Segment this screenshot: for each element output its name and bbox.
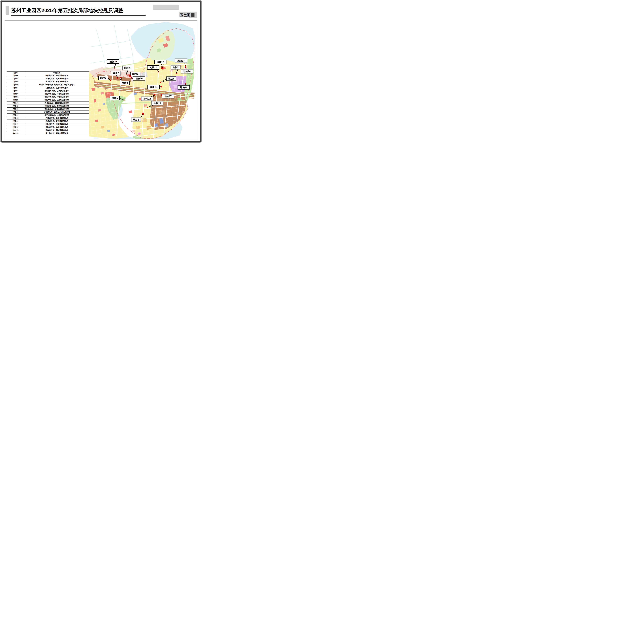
callout-text: 地块7 bbox=[113, 72, 119, 74]
callout-text: 地块9 bbox=[132, 73, 138, 75]
header-cell-location: 项目位置 bbox=[25, 72, 89, 74]
plot-location-cell: 尖浦路以西、银胜路以南地块 bbox=[25, 120, 89, 123]
callout-地块14: 地块14 bbox=[181, 69, 193, 73]
callout-text: 地块10 bbox=[135, 77, 143, 80]
table-row: 地块18港田路以南、凤里街以西地块 bbox=[7, 126, 89, 129]
callout-地块16: 地块16 bbox=[178, 85, 190, 89]
callout-地块1: 地块1 bbox=[166, 77, 176, 81]
callout-text: 地块15 bbox=[150, 86, 157, 88]
callout-text: 地块17 bbox=[164, 95, 172, 98]
callout-text: 地块19 bbox=[154, 102, 161, 105]
plot-location-cell: 苏虹西路以南、槟榔路以北地块 bbox=[25, 89, 89, 92]
plot-location-cell: 若水路以北、林泉街以东地块 bbox=[25, 80, 89, 83]
callout-地块17: 地块17 bbox=[162, 94, 174, 98]
plot-id-cell: 地块20 bbox=[7, 132, 25, 135]
plot-location-cell: 苏虹东路以北、杏林街以西地块 bbox=[25, 104, 89, 108]
callout-text: 地块13 bbox=[177, 60, 185, 62]
plot-id-cell: 地块15 bbox=[7, 117, 25, 120]
callout-地块19: 地块19 bbox=[151, 101, 163, 105]
plot-id-cell: 地块18 bbox=[7, 126, 25, 129]
callout-地块12: 地块12 bbox=[154, 60, 166, 64]
plot-location-cell: 万盛街以东、西沈浒路以北地块 bbox=[25, 101, 89, 104]
page-title: 苏州工业园区2025年第五批次局部地块控规及调整 bbox=[11, 7, 123, 14]
callout-地块9: 地块9 bbox=[131, 72, 140, 76]
plots-table-body: 地块1钟园路以南、星龙街以西地块地块2双圩路以南、后戴街以东地块地块3若水路以北… bbox=[7, 74, 89, 135]
plot-location-cell: 港田路以南、凤里街以西地块 bbox=[25, 126, 89, 129]
plot-location-cell: 方洲路以南、长阳街以东地块 bbox=[25, 117, 89, 120]
callout-地块15: 地块15 bbox=[148, 85, 159, 89]
table-row: 地块15方洲路以南、长阳街以东地块 bbox=[7, 117, 89, 120]
callout-text: 地块6 bbox=[100, 77, 106, 79]
table-row: 地块11苏虹东路以北、杏林街以西地块 bbox=[7, 104, 89, 108]
callout-地块3: 地块3 bbox=[131, 118, 141, 122]
content-frame: 地块1地块2地块3地块4地块5地块6地块7地块8地块9地块10地块11地块12地… bbox=[5, 20, 197, 139]
callout-text: 地块5 bbox=[112, 97, 118, 99]
table-row: 地块3若水路以北、林泉街以东地块 bbox=[7, 80, 89, 83]
plots-table-head: 编号 项目位置 bbox=[7, 72, 89, 74]
page: 苏州工业园区2025年第五批次局部地块控规及调整 区位图 bbox=[0, 0, 202, 143]
title-underline-light bbox=[11, 17, 146, 17]
plot-location-cell: 京沪高速以北、泾东路以东地块 bbox=[25, 114, 89, 117]
table-row: 地块20唯文路以南、亭融街以西地块 bbox=[7, 132, 89, 135]
header-cell-id: 编号 bbox=[7, 72, 25, 74]
plot-id-cell: 地块3 bbox=[7, 80, 25, 83]
table-row: 地块12长阳街以东、苏虹东路以南地块 bbox=[7, 107, 89, 111]
table-row: 地块19金堰路以东、新昌路以南地块 bbox=[7, 129, 89, 132]
land-parcel bbox=[129, 110, 132, 113]
corner-label-square bbox=[191, 13, 194, 17]
plot-id-cell: 地块9 bbox=[7, 98, 25, 101]
table-row: 地块5石港路以南、石莲街以东地块 bbox=[7, 86, 89, 89]
plot-id-cell: 地块8 bbox=[7, 95, 25, 98]
callout-地块20: 地块20 bbox=[107, 60, 119, 63]
plot-id-cell: 地块14 bbox=[7, 114, 25, 117]
table-row: 地块13望江路以东、园区11号河以南地块 bbox=[7, 111, 89, 114]
plot-location-cell: 望江路以东、园区11号河以南地块 bbox=[25, 111, 89, 114]
callout-地块8: 地块8 bbox=[120, 81, 130, 85]
plot-id-cell: 地块19 bbox=[7, 129, 25, 132]
callout-text: 地块11 bbox=[150, 66, 157, 69]
callout-text: 地块18 bbox=[143, 98, 151, 100]
title-underline-dark bbox=[11, 15, 146, 16]
callout-地块6: 地块6 bbox=[99, 76, 108, 80]
corner-label: 区位图 bbox=[180, 13, 190, 17]
callout-text: 地块20 bbox=[109, 60, 117, 63]
plot-location-cell: 石港路以南、石莲街以东地块 bbox=[25, 86, 89, 89]
plot-id-cell: 地块11 bbox=[7, 104, 25, 108]
header-band bbox=[153, 5, 179, 10]
title-accent-bar bbox=[6, 6, 9, 15]
plot-location-cell: 金堰路以东、新昌路以南地块 bbox=[25, 129, 89, 132]
table-row: 地块6苏虹西路以南、槟榔路以北地块 bbox=[7, 89, 89, 92]
plot-location-cell: 唯文路以南、亭融街以西地块 bbox=[25, 132, 89, 135]
table-header-row: 编号 项目位置 bbox=[7, 72, 89, 74]
plot-location-cell: 钟园路以南、星龙街以西地块 bbox=[25, 74, 89, 77]
table-row: 地块10万盛街以东、西沈浒路以北地块 bbox=[7, 101, 89, 104]
plot-id-cell: 地块12 bbox=[7, 107, 25, 111]
plot-id-cell: 地块17 bbox=[7, 123, 25, 126]
plots-table: 编号 项目位置 地块1钟园路以南、星龙街以西地块地块2双圩路以南、后戴街以东地块… bbox=[7, 71, 89, 135]
callout-地块11: 地块11 bbox=[147, 66, 159, 70]
callout-地块18: 地块18 bbox=[141, 97, 153, 101]
table-row: 地块4珠泾河（至和西路-娄江大道段）束水扩孔地块 bbox=[7, 83, 89, 86]
plot-location-cell: 苏虹中路以南、华池街以西地块 bbox=[25, 95, 89, 98]
plot-location-cell: 双圩路以南、后戴街以东地块 bbox=[25, 77, 89, 80]
callout-text: 地块1 bbox=[168, 77, 174, 80]
callout-text: 地块12 bbox=[157, 61, 164, 63]
plot-location-cell: 珠泾河（至和西路-娄江大道段）束水扩孔地块 bbox=[25, 83, 89, 86]
table-row: 地块16尖浦路以西、银胜路以南地块 bbox=[7, 120, 89, 123]
plot-location-cell: 长阳街以西、港田路以南地块 bbox=[25, 123, 89, 126]
callout-地块13: 地块13 bbox=[175, 59, 187, 63]
table-row: 地块1钟园路以南、星龙街以西地块 bbox=[7, 74, 89, 77]
callout-text: 地块4 bbox=[124, 67, 130, 69]
table-row: 地块2双圩路以南、后戴街以东地块 bbox=[7, 77, 89, 80]
callout-text: 地块16 bbox=[180, 86, 187, 89]
plot-id-cell: 地块5 bbox=[7, 86, 25, 89]
plot-location-cell: 长阳街以东、苏虹东路以南地块 bbox=[25, 107, 89, 111]
table-row: 地块17长阳街以西、港田路以南地块 bbox=[7, 123, 89, 126]
plot-location-cell: 苏虹中路以北、玲珑街以西地块 bbox=[25, 92, 89, 95]
plot-id-cell: 地块16 bbox=[7, 120, 25, 123]
table-row: 地块8苏虹中路以南、华池街以西地块 bbox=[7, 95, 89, 98]
plot-id-cell: 地块13 bbox=[7, 111, 25, 114]
table-row: 地块14京沪高速以北、泾东路以东地块 bbox=[7, 114, 89, 117]
callout-text: 地块3 bbox=[133, 118, 139, 121]
callout-地块4: 地块4 bbox=[122, 66, 132, 70]
